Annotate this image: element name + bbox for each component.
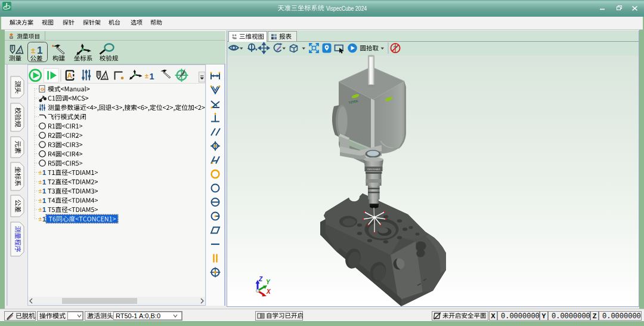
svg-text:1: 1 [37, 45, 42, 56]
svg-text:1: 1 [150, 72, 154, 81]
svg-text:±: ± [39, 179, 42, 185]
svg-text:RT50-1 A:0,B:0: RT50-1 A:0,B:0 [116, 312, 160, 319]
svg-text:1: 1 [42, 179, 46, 186]
svg-text:1: 1 [42, 197, 46, 204]
svg-text:±: ± [39, 216, 42, 222]
svg-text:Z: Z [258, 276, 263, 282]
svg-text:1: 1 [42, 169, 46, 176]
svg-text:A: A [67, 72, 73, 80]
svg-text:X: X [266, 288, 271, 295]
svg-text:±: ± [39, 207, 42, 213]
svg-text:±: ± [39, 198, 42, 204]
svg-text:X: X [491, 312, 496, 319]
svg-text:0.0000000: 0.0000000 [501, 312, 540, 321]
svg-text:Y: Y [541, 312, 546, 319]
svg-text:±: ± [39, 188, 42, 194]
svg-text:0.0000000: 0.0000000 [602, 312, 641, 321]
svg-text:1: 1 [42, 206, 46, 213]
svg-text:0.0000000: 0.0000000 [552, 312, 590, 321]
svg-text:1: 1 [42, 216, 46, 223]
svg-text:Z: Z [593, 312, 597, 319]
svg-text:1: 1 [42, 187, 46, 195]
svg-text:RENISHAW: RENISHAW [367, 168, 380, 171]
svg-text:VispecCube 2024: VispecCube 2024 [326, 5, 367, 12]
svg-text:G: G [41, 87, 44, 92]
svg-text:±: ± [31, 46, 35, 55]
svg-text:±: ± [39, 170, 42, 176]
svg-text:±: ± [145, 72, 148, 79]
